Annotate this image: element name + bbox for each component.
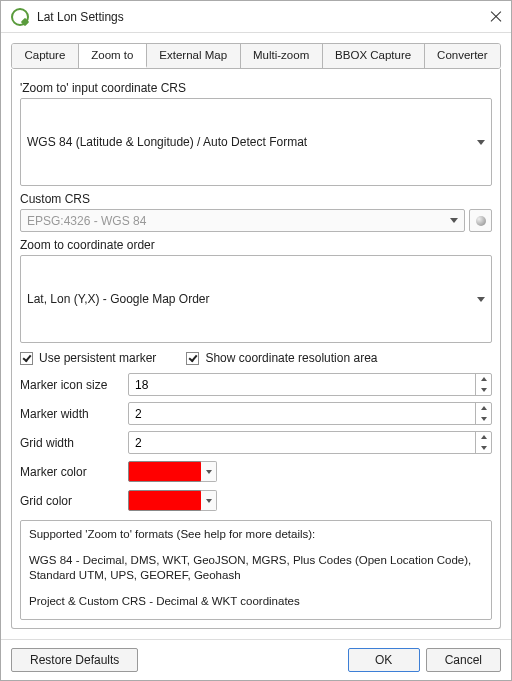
label-coord-order: Zoom to coordinate order [20, 238, 492, 252]
tab-multi-zoom[interactable]: Multi-zoom [241, 44, 323, 68]
tab-external-map[interactable]: External Map [147, 44, 241, 68]
label-grid-width: Grid width [20, 436, 120, 450]
app-icon [11, 8, 29, 26]
spin-down-icon[interactable] [476, 385, 491, 396]
select-input-crs-value: WGS 84 (Latitude & Longitude) / Auto Det… [27, 135, 307, 149]
chevron-down-icon [477, 140, 485, 145]
tab-capture[interactable]: Capture [12, 44, 79, 68]
label-input-crs: 'Zoom to' input coordinate CRS [20, 81, 492, 95]
spin-marker-width[interactable] [128, 402, 492, 425]
spin-down-icon[interactable] [476, 443, 491, 454]
color-swatch-marker[interactable] [128, 461, 202, 482]
cancel-button[interactable]: Cancel [426, 648, 501, 672]
spin-marker-width-input[interactable] [129, 403, 475, 424]
info-line: MGRS - Only MGRS coordinates [29, 619, 483, 620]
checkbox-label: Show coordinate resolution area [205, 351, 377, 365]
select-custom-crs-value: EPSG:4326 - WGS 84 [27, 214, 146, 228]
spin-down-icon[interactable] [476, 414, 491, 425]
restore-defaults-button[interactable]: Restore Defaults [11, 648, 138, 672]
close-icon[interactable] [489, 11, 501, 23]
checkbox-use-persistent[interactable]: Use persistent marker [20, 351, 156, 365]
checkbox-icon [186, 352, 199, 365]
select-coord-order-value: Lat, Lon (Y,X) - Google Map Order [27, 292, 210, 306]
tab-zoom-to[interactable]: Zoom to [79, 44, 147, 68]
spin-grid-width-input[interactable] [129, 432, 475, 453]
globe-icon [476, 216, 486, 226]
tab-bar: Capture Zoom to External Map Multi-zoom … [11, 43, 501, 69]
spin-up-icon[interactable] [476, 403, 491, 414]
spin-marker-icon-size[interactable] [128, 373, 492, 396]
select-coord-order[interactable]: Lat, Lon (Y,X) - Google Map Order [20, 255, 492, 343]
spin-up-icon[interactable] [476, 432, 491, 443]
tab-converter[interactable]: Converter [425, 44, 500, 68]
chevron-down-icon [450, 218, 458, 223]
select-custom-crs: EPSG:4326 - WGS 84 [20, 209, 465, 232]
tab-bbox-capture[interactable]: BBOX Capture [323, 44, 425, 68]
spin-marker-icon-size-input[interactable] [129, 374, 475, 395]
info-line: Project & Custom CRS - Decimal & WKT coo… [29, 594, 483, 610]
ok-button[interactable]: OK [348, 648, 420, 672]
checkbox-label: Use persistent marker [39, 351, 156, 365]
crs-picker-button[interactable] [469, 209, 492, 232]
spin-up-icon[interactable] [476, 374, 491, 385]
info-title: Supported 'Zoom to' formats (See help fo… [29, 527, 483, 543]
spin-grid-width[interactable] [128, 431, 492, 454]
color-dropdown-grid[interactable] [201, 490, 217, 511]
label-marker-icon-size: Marker icon size [20, 378, 120, 392]
checkbox-icon [20, 352, 33, 365]
window-title: Lat Lon Settings [37, 10, 124, 24]
select-input-crs[interactable]: WGS 84 (Latitude & Longitude) / Auto Det… [20, 98, 492, 186]
label-custom-crs: Custom CRS [20, 192, 492, 206]
label-marker-width: Marker width [20, 407, 120, 421]
color-swatch-grid[interactable] [128, 490, 202, 511]
info-line: WGS 84 - Decimal, DMS, WKT, GeoJSON, MGR… [29, 553, 483, 584]
color-dropdown-marker[interactable] [201, 461, 217, 482]
checkbox-show-resolution[interactable]: Show coordinate resolution area [186, 351, 377, 365]
chevron-down-icon [477, 297, 485, 302]
label-marker-color: Marker color [20, 465, 120, 479]
label-grid-color: Grid color [20, 494, 120, 508]
supported-formats-box[interactable]: Supported 'Zoom to' formats (See help fo… [20, 520, 492, 620]
